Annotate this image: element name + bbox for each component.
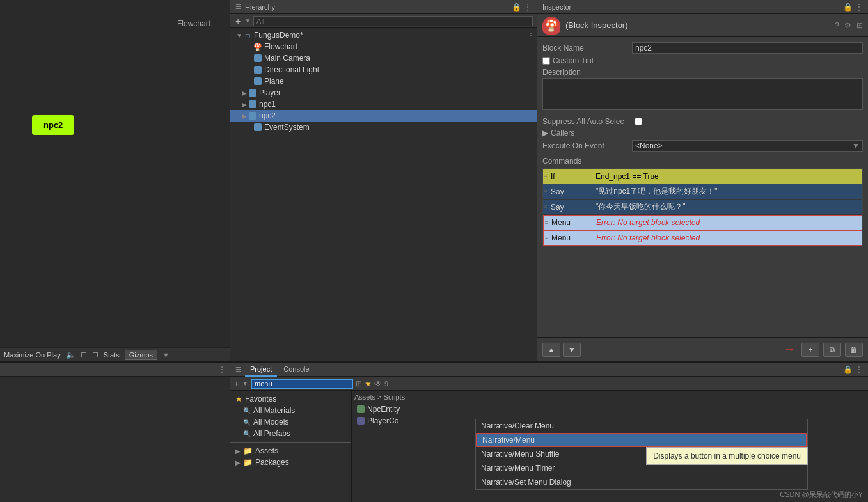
sidebar-item-allmaterials[interactable]: 🔍 All Materials <box>230 405 351 416</box>
hierarchy-item-npc2[interactable]: ▶ npc2 <box>230 110 537 122</box>
duplicate-command-button[interactable]: ⧉ <box>823 343 841 357</box>
hierarchy-item-maincamera[interactable]: Main Camera <box>230 52 537 64</box>
bottom-left-more[interactable]: ⋮ <box>218 365 226 374</box>
execute-dropdown-arrow: ▼ <box>852 141 860 150</box>
scene-view: Flowchart npc2 <box>0 0 230 347</box>
console-tab[interactable]: Console <box>278 363 314 377</box>
stats-label[interactable]: Stats <box>104 351 120 359</box>
command-row-if[interactable]: ≡ If End_npc1 == True <box>543 169 862 184</box>
star-filter-icon[interactable]: ★ <box>365 379 372 388</box>
hierarchy-item-directionallight[interactable]: Directional Light <box>230 64 537 75</box>
command-row-say1[interactable]: ≡ Say "见过npc1了吧，他是我的好朋友！" <box>543 184 862 200</box>
player-arrow[interactable]: ▶ <box>241 90 248 97</box>
npc2-node[interactable]: npc2 <box>32 115 74 135</box>
inspector-more-icon[interactable]: ⋮ <box>855 3 863 12</box>
tooltip-text: Displays a button in a multiple choice m… <box>653 451 801 460</box>
cmd-content-if: End_npc1 == True <box>593 172 862 181</box>
grid2-icon[interactable] <box>93 352 98 357</box>
custom-tint-checkbox[interactable] <box>542 57 550 65</box>
add-command-button[interactable]: + <box>801 343 819 357</box>
eye-filter-icon[interactable]: 👁 <box>374 379 382 388</box>
hierarchy-menu-icon[interactable]: ☰ <box>235 3 241 10</box>
fungusdemo-arrow[interactable]: ▼ <box>235 32 243 39</box>
inspector-lock-icon[interactable]: 🔒 <box>843 3 853 12</box>
maincamera-label: Main Camera <box>264 54 310 63</box>
eventsystem-icon <box>253 123 262 132</box>
npc1-label: npc1 <box>259 100 276 109</box>
block-name-input[interactable] <box>632 42 863 54</box>
fungusdemo-label: FungusDemo* <box>254 31 303 40</box>
commands-list: ≡ If End_npc1 == True ≡ Say "见过npc1了吧，他是… <box>542 168 863 246</box>
grid-icon[interactable] <box>81 352 86 357</box>
hierarchy-more-icon[interactable]: ⋮ <box>524 3 532 12</box>
commands-header: Commands <box>542 157 863 166</box>
project-content: ★ Favorites 🔍 All Materials 🔍 All Models… <box>230 391 868 502</box>
sidebar-item-allmodels[interactable]: 🔍 All Models <box>230 416 351 428</box>
move-up-button[interactable]: ▲ <box>542 343 560 357</box>
add-dropdown-arrow[interactable]: ▼ <box>244 17 251 24</box>
npcEntity-icon <box>357 405 365 413</box>
packages-folder-arrow[interactable]: ▶ <box>235 459 241 466</box>
dropdown-item-setmenudialog[interactable]: Narrative/Set Menu Dialog <box>476 475 807 489</box>
menushuffle-label: Narrative/Menu Shuffle <box>481 450 560 459</box>
asset-npcEntity[interactable]: NpcEntity <box>354 404 865 415</box>
project-more-icon[interactable]: ⋮ <box>855 365 863 374</box>
cmd-name-menu2: Menu <box>549 233 594 242</box>
gizmos-button[interactable]: Gizmos <box>125 350 157 360</box>
hierarchy-add-btn[interactable]: + <box>234 16 242 26</box>
hierarchy-item-fungusdemo[interactable]: ▼ ◻ FungusDemo* ⋮ <box>230 29 537 41</box>
description-textarea[interactable] <box>542 78 863 110</box>
callers-arrow[interactable]: ▶ <box>542 129 548 137</box>
filter-icon[interactable]: ⊞ <box>356 379 362 388</box>
hierarchy-header: ☰ Hierarchy 🔒 ⋮ <box>230 0 537 14</box>
hierarchy-search-input[interactable] <box>253 16 533 26</box>
project-toolbar: + ▼ ⊞ ★ 👁 9 <box>230 377 868 391</box>
command-row-menu1[interactable]: ≡ Menu Error: No target block selected <box>543 215 862 230</box>
hierarchy-item-player[interactable]: ▶ Player <box>230 87 537 98</box>
npc1-arrow[interactable]: ▶ <box>241 101 248 108</box>
command-row-menu2[interactable]: ≡ Menu Error: No target block selected <box>543 230 862 246</box>
sidebar-item-allprefabs[interactable]: 🔍 All Prefabs <box>230 428 351 439</box>
delete-command-button[interactable]: 🗑 <box>845 343 863 357</box>
custom-tint-row: Custom Tint <box>542 56 863 65</box>
inspector-settings-icon[interactable]: ⚙ <box>844 21 851 30</box>
callers-row[interactable]: ▶ Callers <box>542 129 863 137</box>
project-main: Assets > Scripts NpcEntity PlayerCo Narr… <box>352 391 868 502</box>
sidebar-item-packages[interactable]: ▶ 📁 Packages <box>230 457 351 468</box>
hierarchy-item-eventsystem[interactable]: EventSystem <box>230 122 537 133</box>
command-search-dropdown: Narrative/Clear Menu Narrative/Menu Narr… <box>475 419 808 490</box>
inspector-subheader: 🍄 (Block Inspector) ? ⚙ ⊞ <box>537 14 868 37</box>
project-lock-icon[interactable]: 🔒 <box>843 365 853 374</box>
hierarchy-item-npc1[interactable]: ▶ npc1 <box>230 98 537 110</box>
project-search-input[interactable] <box>251 379 353 389</box>
hierarchy-lock-icon[interactable]: 🔒 <box>512 3 521 12</box>
dropdown-item-clearmenu[interactable]: Narrative/Clear Menu <box>476 419 807 433</box>
command-row-say2[interactable]: ≡ Say "你今天早饭吃的什么呢？" <box>543 200 862 215</box>
eventsystem-label: EventSystem <box>264 123 310 132</box>
hierarchy-item-flowchart[interactable]: 🍄 Flowchart <box>230 41 537 52</box>
flowchart-label: Flowchart <box>177 19 210 28</box>
project-add-btn[interactable]: + <box>234 379 239 389</box>
suppress-checkbox[interactable] <box>635 118 642 125</box>
allprefabs-icon: 🔍 <box>243 430 251 437</box>
inspector-expand-icon[interactable]: ⊞ <box>856 21 863 30</box>
sidebar-item-favorites[interactable]: ★ Favorites <box>230 393 351 405</box>
project-console-header: ☰ Project Console 🔒 ⋮ <box>230 363 868 377</box>
project-menu-icon[interactable]: ☰ <box>235 366 241 373</box>
plane-label: Plane <box>264 77 284 86</box>
inspector-help-icon[interactable]: ? <box>835 21 839 30</box>
sidebar-item-assets[interactable]: ▶ 📁 Assets <box>230 445 351 457</box>
assets-folder-icon: 📁 <box>243 446 253 455</box>
move-down-button[interactable]: ▼ <box>563 343 581 357</box>
hierarchy-item-plane[interactable]: Plane <box>230 75 537 87</box>
execute-on-event-dropdown[interactable]: <None> ▼ <box>632 140 863 152</box>
npc2-arrow[interactable]: ▶ <box>241 113 248 120</box>
sound-icon[interactable]: 🔈 <box>66 350 75 359</box>
project-tab[interactable]: Project <box>245 363 277 377</box>
maximize-on-play-label[interactable]: Maximize On Play <box>4 351 61 359</box>
dropdown-item-narrativemenu[interactable]: Narrative/Menu <box>476 433 807 447</box>
fungusdemo-more[interactable]: ⋮ <box>528 32 537 39</box>
assets-folder-arrow[interactable]: ▶ <box>235 448 241 455</box>
project-add-arrow[interactable]: ▼ <box>242 380 248 387</box>
gizmos-dropdown-arrow[interactable]: ▼ <box>162 351 170 359</box>
